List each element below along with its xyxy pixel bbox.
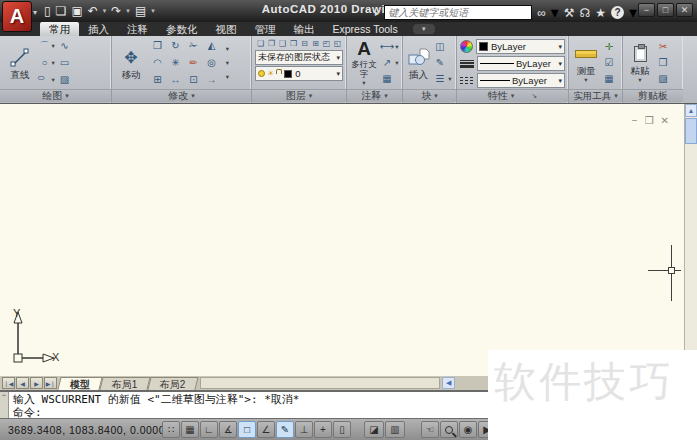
layer-match-icon[interactable]: ❐ (266, 38, 277, 49)
dimension-icon[interactable]: ⟷ (380, 39, 394, 55)
object-snap-toggle[interactable]: □ (238, 421, 256, 438)
draw-panel-label[interactable]: 绘图▾ (0, 89, 111, 102)
tab-layout1[interactable]: 布局1 (99, 377, 150, 390)
paste-button[interactable]: 粘贴 ▾ (626, 37, 654, 88)
application-menu-button[interactable]: A (2, 1, 32, 32)
layer-previous-icon[interactable]: ◰ (321, 38, 332, 49)
vertical-scrollbar[interactable]: ▲ (684, 104, 697, 377)
measure-dropdown-icon[interactable]: ▾ (584, 76, 587, 84)
drawing-canvas[interactable]: − ❐ ✕ ▲ Y X (0, 103, 697, 376)
layer-lock-icon[interactable]: ⊞ (310, 38, 321, 49)
dynamic-input-toggle[interactable]: + (314, 421, 332, 438)
fillet-flyout-icon[interactable]: ▾ (223, 73, 232, 81)
annotation-panel-label[interactable]: 注释▾ (347, 89, 402, 102)
ortho-toggle[interactable]: ∟ (200, 421, 218, 438)
tab-manage[interactable]: 管理 (246, 22, 285, 36)
tab-home[interactable]: 常用 (40, 22, 79, 36)
color-wheel-icon[interactable] (460, 40, 473, 53)
line-button[interactable]: 直线 (3, 37, 37, 88)
insert-block-button[interactable]: 插入 (406, 37, 431, 88)
utilities-panel-label[interactable]: 实用工具▾ (569, 89, 622, 102)
dimension-dropdown-icon[interactable]: ▾ (394, 43, 400, 51)
drawing-restore-icon[interactable]: ❐ (645, 115, 654, 126)
block-panel-label[interactable]: 块▾ (403, 89, 456, 102)
lineweight-icon[interactable] (460, 60, 474, 68)
favorites-star-icon[interactable]: ★ (595, 6, 606, 20)
infocenter-expand-icon[interactable]: ▸ (375, 8, 380, 18)
tab-output[interactable]: 输出 (285, 22, 324, 36)
search-input[interactable] (384, 5, 532, 20)
move-button[interactable]: ✥ 移动 (115, 37, 147, 88)
lineweight-dropdown[interactable]: ByLayer ▾ (477, 56, 565, 71)
horizontal-scrollbar[interactable] (200, 377, 440, 389)
cut-icon[interactable]: ✂ (656, 39, 670, 55)
layers-panel-label[interactable]: 图层▾ (252, 89, 346, 102)
search-dropdown-icon[interactable]: ▾ (551, 3, 559, 22)
layer-properties-icon[interactable]: ❏ (255, 38, 266, 49)
layout-space-icon[interactable]: ▥ (385, 421, 405, 438)
fillet-icon[interactable]: ◠ (149, 54, 166, 70)
tab-layout2[interactable]: 布局2 (147, 377, 198, 390)
table-icon[interactable]: ▦ (380, 71, 394, 87)
search-icon[interactable]: ∞ (537, 6, 546, 20)
modify-panel-label[interactable]: 修改▾ (112, 89, 251, 102)
snap-toggle[interactable]: ∷ (162, 421, 180, 438)
tab-view[interactable]: 视图 (207, 22, 246, 36)
last-layout-icon[interactable]: ▶❘ (44, 377, 57, 389)
layer-isolate-icon[interactable]: ❑ (277, 38, 288, 49)
layer-dropdown[interactable]: ☀ 0 ▾ (255, 66, 343, 81)
rotate-icon[interactable]: ↻ (167, 37, 184, 53)
grid-toggle[interactable]: ▦ (181, 421, 199, 438)
quick-select-icon[interactable]: ☑ (602, 55, 616, 71)
linetype-icon[interactable] (460, 77, 474, 84)
tab-model[interactable]: 模型 (57, 377, 102, 390)
quick-properties-toggle[interactable]: ▯ (333, 421, 351, 438)
leader-icon[interactable]: ↗ (380, 55, 394, 71)
arc-icon[interactable]: ⌒ (39, 38, 50, 54)
attributes-dropdown-icon[interactable]: ▾ (447, 75, 453, 83)
pan-icon[interactable]: ☜ (421, 421, 439, 438)
trim-flyout-icon[interactable]: ▾ (223, 45, 232, 53)
scroll-left-icon[interactable]: ◀ (442, 377, 455, 389)
leader-dropdown-icon[interactable]: ▾ (394, 59, 400, 67)
linetype-dropdown[interactable]: ByLayer ▾ (477, 73, 565, 88)
maximize-icon[interactable]: □ (657, 3, 674, 17)
zoom-icon[interactable] (440, 421, 458, 438)
minimize-icon[interactable]: − (638, 3, 655, 17)
mtext-button[interactable]: A 多行文字 ▾ (350, 37, 378, 88)
id-point-icon[interactable]: ✛ (602, 39, 616, 55)
polyline-icon[interactable]: ∿ (56, 38, 73, 54)
layer-off-icon[interactable]: ⊟ (299, 38, 310, 49)
circle-icon[interactable]: ○ (39, 55, 50, 71)
help-icon[interactable]: ? (611, 6, 624, 19)
edit-attribute-icon[interactable]: ✎ (433, 55, 447, 71)
mtext-dropdown-icon[interactable]: ▾ (362, 79, 365, 87)
tab-express-tools[interactable]: Express Tools (324, 22, 407, 36)
mirror-icon[interactable]: ◭ (203, 37, 220, 53)
layer-state-dropdown[interactable]: 未保存的图层状态 ▾ (255, 50, 343, 65)
properties-panel-label[interactable]: 特性▾↘ (457, 89, 568, 102)
help-dropdown-icon[interactable]: ▾ (629, 3, 637, 22)
ribbon-minimize-icon[interactable]: ▾ (413, 24, 435, 34)
copy-icon[interactable]: ❐ (149, 37, 166, 53)
array-icon[interactable]: ⊞ (149, 71, 166, 87)
copy-clip-icon[interactable]: ❐ (656, 55, 670, 71)
properties-dialog-launcher-icon[interactable]: ↘ (531, 90, 537, 102)
vertical-scroll-thumb[interactable] (685, 118, 697, 144)
tab-parametric[interactable]: 参数化 (157, 22, 207, 36)
scale-icon[interactable]: ⊡ (185, 71, 202, 87)
extend-icon[interactable]: → (203, 71, 220, 87)
erase-icon[interactable]: ✏ (185, 54, 202, 70)
object-color-dropdown[interactable]: ByLayer ▾ (476, 39, 565, 54)
hatch-icon[interactable]: ▨ (56, 72, 73, 88)
paste-dropdown-icon[interactable]: ▾ (638, 76, 641, 84)
polar-tracking-toggle[interactable]: ∡ (219, 421, 237, 438)
previous-layout-icon[interactable]: ◀ (16, 377, 29, 389)
array-flyout-icon[interactable]: ▾ (223, 59, 232, 67)
paste-special-icon[interactable]: ▨ (656, 71, 670, 87)
measure-button[interactable]: 测量 ▾ (572, 37, 600, 88)
scroll-up-icon[interactable]: ▲ (685, 104, 697, 117)
angle-snap-toggle[interactable]: ∠ (257, 421, 275, 438)
rectangle-icon[interactable]: ▭ (56, 55, 73, 71)
trim-icon[interactable]: ✁ (185, 37, 202, 53)
